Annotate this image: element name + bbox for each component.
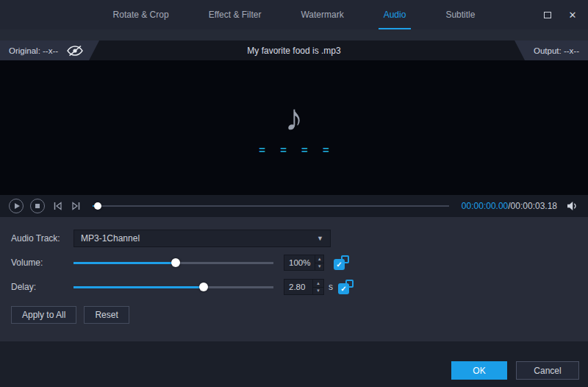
audio-track-select[interactable]: MP3-1Channel ▼: [74, 230, 331, 247]
close-icon: ✕: [569, 10, 577, 20]
delay-slider[interactable]: [74, 282, 273, 292]
tab-audio[interactable]: Audio: [364, 0, 426, 29]
delay-spinner-up-icon[interactable]: ▲: [313, 280, 323, 288]
audio-track-label: Audio Track:: [11, 233, 74, 244]
previous-frame-icon: [53, 202, 62, 210]
cancel-button[interactable]: Cancel: [516, 361, 579, 380]
delay-spinner-down-icon[interactable]: ▼: [313, 288, 323, 295]
tab-subtitle[interactable]: Subtitle: [426, 0, 495, 29]
titlebar: Rotate & Crop Effect & Filter Watermark …: [0, 0, 588, 29]
delay-spinner: ▲ ▼: [312, 280, 323, 294]
original-size-label: Original: --x--: [9, 46, 58, 55]
audio-editor-window: Rotate & Crop Effect & Filter Watermark …: [0, 0, 588, 387]
stop-button[interactable]: [30, 199, 45, 213]
window-controls: ✕: [542, 0, 578, 29]
volume-value[interactable]: 100%: [284, 255, 315, 270]
audio-track-row: Audio Track: MP3-1Channel ▼: [11, 229, 588, 248]
volume-slider[interactable]: [74, 258, 273, 268]
panel-buttons: Apply to All Reset: [11, 306, 588, 324]
reset-button[interactable]: Reset: [84, 306, 129, 324]
footer-bar: OK Cancel: [0, 341, 588, 387]
tab-rotate-crop[interactable]: Rotate & Crop: [93, 0, 189, 29]
chevron-down-icon: ▼: [317, 235, 323, 242]
delay-input: 2.80 ▲ ▼: [284, 279, 324, 295]
ok-button[interactable]: OK: [451, 361, 507, 380]
playback-bar: 00:00:00.00/00:00:03.18: [0, 195, 588, 217]
volume-spinner-down-icon[interactable]: ▼: [315, 263, 323, 271]
output-size-chip: Output: --x--: [514, 40, 588, 60]
previous-frame-button[interactable]: [51, 201, 63, 211]
apply-to-all-button[interactable]: Apply to All: [11, 306, 76, 324]
output-size-label: Output: --x--: [534, 46, 579, 55]
volume-apply-check-button[interactable]: ✓: [334, 255, 349, 270]
delay-check-icon: ✓: [338, 283, 349, 294]
mute-button[interactable]: [567, 201, 579, 211]
preview-visibility-toggle[interactable]: [67, 46, 83, 56]
time-display: 00:00:00.00/00:00:03.18: [462, 201, 557, 211]
volume-slider-fill: [74, 262, 176, 264]
next-frame-button[interactable]: [70, 201, 82, 211]
tab-watermark[interactable]: Watermark: [281, 0, 363, 29]
delay-apply-check-button[interactable]: ✓: [338, 280, 354, 294]
tab-bar: Rotate & Crop Effect & Filter Watermark …: [93, 0, 495, 29]
preview-area: ♪ = = = =: [0, 60, 588, 195]
delay-unit-label: s: [329, 282, 333, 292]
music-note-icon: ♪: [285, 99, 304, 136]
close-button[interactable]: ✕: [567, 10, 578, 20]
delay-slider-fill: [74, 286, 204, 288]
maximize-button[interactable]: [542, 10, 553, 20]
file-title: My favorite food is .mp3: [247, 46, 340, 56]
delay-label: Delay:: [11, 282, 74, 292]
audio-settings-panel: Audio Track: MP3-1Channel ▼ Volume: 100%…: [0, 217, 588, 341]
subheader-strip: [0, 29, 588, 40]
info-bar: Original: --x-- My favorite food is .mp3…: [0, 40, 588, 60]
playback-progress-track: [93, 205, 449, 207]
playback-progress-fill: [93, 205, 98, 207]
maximize-icon: [544, 12, 551, 18]
volume-spinner: ▲ ▼: [315, 255, 323, 270]
play-icon: [15, 203, 20, 209]
playback-progress-slider[interactable]: [93, 201, 449, 211]
total-time: /00:00:03.18: [508, 201, 557, 211]
delay-value[interactable]: 2.80: [284, 280, 312, 294]
eye-slash-icon: [67, 46, 83, 56]
tab-effect-filter[interactable]: Effect & Filter: [189, 0, 282, 29]
volume-input: 100% ▲ ▼: [284, 255, 324, 271]
play-button[interactable]: [9, 199, 24, 213]
next-frame-icon: [71, 202, 81, 210]
volume-label: Volume:: [11, 258, 74, 268]
speaker-icon: [567, 201, 579, 211]
equalizer-placeholder: = = = =: [259, 143, 335, 156]
audio-track-value: MP3-1Channel: [81, 233, 140, 244]
volume-spinner-up-icon[interactable]: ▲: [315, 255, 323, 263]
volume-row: Volume: 100% ▲ ▼ ✓: [11, 253, 588, 272]
delay-row: Delay: 2.80 ▲ ▼ s ✓: [11, 277, 588, 297]
original-size-chip: Original: --x--: [0, 40, 99, 60]
volume-check-icon: ✓: [334, 259, 345, 270]
stop-icon: [35, 204, 40, 208]
current-time: 00:00:00.00: [462, 201, 508, 211]
